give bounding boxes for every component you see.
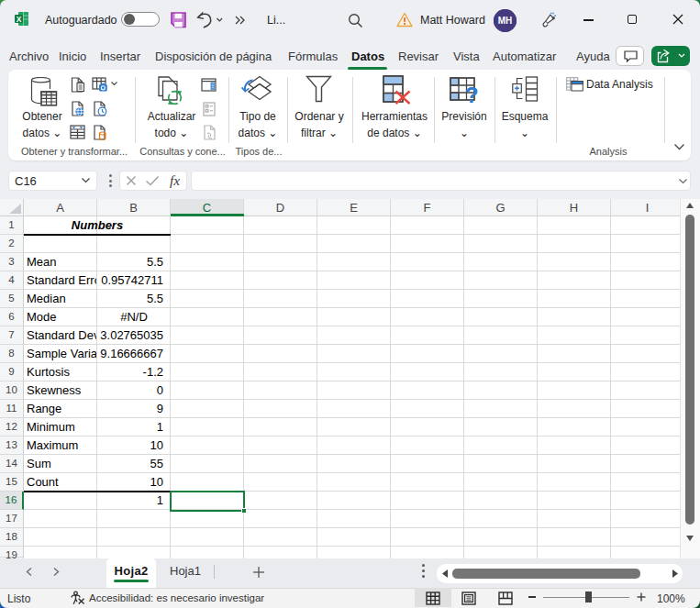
svg-text:?: ?	[465, 83, 479, 105]
svg-text:X: X	[17, 15, 22, 24]
